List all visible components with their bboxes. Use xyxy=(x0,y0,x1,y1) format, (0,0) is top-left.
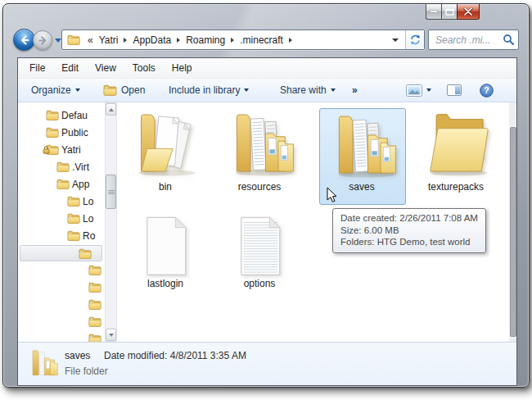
file-pane-scroll-thumb[interactable] xyxy=(510,127,516,337)
share-with-button[interactable]: Share with xyxy=(275,79,340,102)
sidebar-item-label: App xyxy=(72,179,89,190)
scroll-up-button[interactable] xyxy=(106,103,116,116)
desktop: « YatriAppDataRoaming.minecraft xyxy=(0,0,532,404)
toolbar-overflow-button[interactable]: » xyxy=(347,79,363,102)
folder-icon xyxy=(88,315,101,328)
file-text-icon xyxy=(234,212,285,281)
sidebar-item-virt[interactable]: .Virt xyxy=(20,159,102,175)
menu-help[interactable]: Help xyxy=(164,58,201,78)
breadcrumb[interactable]: « YatriAppDataRoaming.minecraft xyxy=(62,30,405,49)
breadcrumb-item-minecraft[interactable]: .minecraft xyxy=(237,34,286,46)
sidebar-item-yatri[interactable]: Yatri xyxy=(20,142,102,158)
sidebar-scrollbar[interactable] xyxy=(105,102,117,342)
folder-icon xyxy=(46,109,59,121)
window-controls xyxy=(426,4,480,20)
explorer-window: « YatriAppDataRoaming.minecraft xyxy=(2,3,530,388)
breadcrumb-overflow-chevron[interactable]: « xyxy=(83,34,97,46)
sidebar-item-defau[interactable]: Defau xyxy=(20,107,102,124)
maximize-button[interactable] xyxy=(441,4,457,20)
menu-bar: FileEditViewToolsHelp xyxy=(18,58,516,79)
menu-file[interactable]: File xyxy=(21,58,53,78)
sidebar-item-app[interactable]: App xyxy=(20,176,102,193)
sidebar-item[interactable] xyxy=(20,331,102,342)
folder-icon xyxy=(88,264,101,276)
include-in-library-button[interactable]: Include in library xyxy=(164,79,254,102)
details-item-name: saves xyxy=(65,350,90,361)
refresh-button[interactable] xyxy=(405,30,424,49)
sidebar-item-ro[interactable]: Ro xyxy=(20,228,102,244)
include-label: Include in library xyxy=(169,84,240,96)
address-bar-group: « YatriAppDataRoaming.minecraft xyxy=(61,30,425,50)
file-item-texturepacks[interactable] xyxy=(417,109,495,181)
mouse-cursor-icon xyxy=(327,187,338,207)
breadcrumb-separator-icon[interactable] xyxy=(289,38,292,43)
file-pane-scrollbar[interactable] xyxy=(509,102,517,342)
breadcrumb-separator-icon[interactable] xyxy=(231,38,234,43)
scroll-down-button[interactable] xyxy=(106,329,116,341)
sidebar-item-lo[interactable]: Lo xyxy=(20,211,102,227)
sidebar-item-label: .Virt xyxy=(72,161,89,173)
sidebar-item[interactable] xyxy=(20,262,102,279)
file-item-options[interactable] xyxy=(220,209,299,281)
sidebar-item-lo[interactable]: Lo xyxy=(20,193,102,210)
folder-icon xyxy=(88,281,101,293)
breadcrumb-item-yatri[interactable]: Yatri xyxy=(97,34,121,46)
breadcrumb-separator-icon[interactable] xyxy=(177,38,180,43)
svg-text:?: ? xyxy=(484,85,489,95)
sidebar-item-selected[interactable] xyxy=(20,245,102,261)
chevron-down-icon xyxy=(75,89,80,92)
file-item-label[interactable]: resources xyxy=(214,181,304,193)
search-input[interactable] xyxy=(435,34,503,46)
saves-tooltip: Date created: 2/26/2011 7:08 AM Size: 6.… xyxy=(332,208,486,253)
triangle-down-icon xyxy=(109,334,114,337)
tooltip-size: Size: 6.00 MB xyxy=(340,225,478,237)
back-arrow-icon xyxy=(19,34,30,46)
sidebar-item[interactable] xyxy=(20,314,102,330)
breadcrumb-item-roaming[interactable]: Roaming xyxy=(183,34,228,46)
share-label: Share with xyxy=(280,84,327,96)
minimize-button[interactable] xyxy=(426,4,441,20)
recent-pages-dropdown-icon[interactable] xyxy=(55,39,61,43)
file-item-saves[interactable] xyxy=(322,111,401,183)
sidebar-item-public[interactable]: Public xyxy=(20,125,102,141)
organize-button[interactable]: Organize xyxy=(26,79,85,102)
address-dropdown-icon[interactable] xyxy=(392,39,399,42)
file-item-lastlogin[interactable] xyxy=(126,209,205,281)
menu-edit[interactable]: Edit xyxy=(53,58,87,78)
search-box xyxy=(428,30,519,50)
menu-tools[interactable]: Tools xyxy=(124,58,164,78)
file-item-label[interactable]: lastlogin xyxy=(120,278,210,289)
search-icon[interactable] xyxy=(503,34,515,46)
tooltip-folders: Folders: HTG Demo, test world xyxy=(340,236,478,248)
sidebar-item[interactable] xyxy=(20,279,102,296)
refresh-icon xyxy=(409,34,422,46)
sidebar-item-label: Ro xyxy=(83,230,95,242)
file-item-bin[interactable] xyxy=(126,109,205,181)
file-list-pane: Date created: 2/26/2011 7:08 AM Size: 6.… xyxy=(122,102,509,342)
sidebar-item[interactable] xyxy=(20,297,102,313)
folder-icon xyxy=(88,298,101,311)
folder-icon xyxy=(88,333,101,342)
file-blank-icon xyxy=(140,212,191,281)
breadcrumb-item-appdata[interactable]: AppData xyxy=(130,34,174,46)
forward-button[interactable] xyxy=(33,30,52,50)
sidebar-scroll-thumb[interactable] xyxy=(106,175,116,209)
breadcrumb-separator-icon[interactable] xyxy=(124,38,127,43)
chevron-down-icon xyxy=(426,89,431,92)
menu-view[interactable]: View xyxy=(87,58,124,78)
folder-documents-icon xyxy=(128,109,203,181)
help-button[interactable]: ? xyxy=(475,79,498,102)
change-view-button[interactable] xyxy=(401,79,436,102)
file-item-resources[interactable] xyxy=(220,109,299,181)
preview-pane-button[interactable] xyxy=(442,79,467,102)
file-item-label[interactable]: texturepacks xyxy=(411,181,501,193)
file-item-label[interactable]: bin xyxy=(120,181,210,193)
back-button[interactable] xyxy=(13,29,35,51)
maximize-icon xyxy=(445,8,454,16)
open-button[interactable]: Open xyxy=(98,79,150,102)
thumb-grip-icon xyxy=(108,190,115,191)
triangle-up-icon xyxy=(109,108,114,111)
folder-icon xyxy=(67,212,80,225)
close-button[interactable] xyxy=(457,4,480,20)
file-item-label[interactable]: options xyxy=(214,278,304,289)
